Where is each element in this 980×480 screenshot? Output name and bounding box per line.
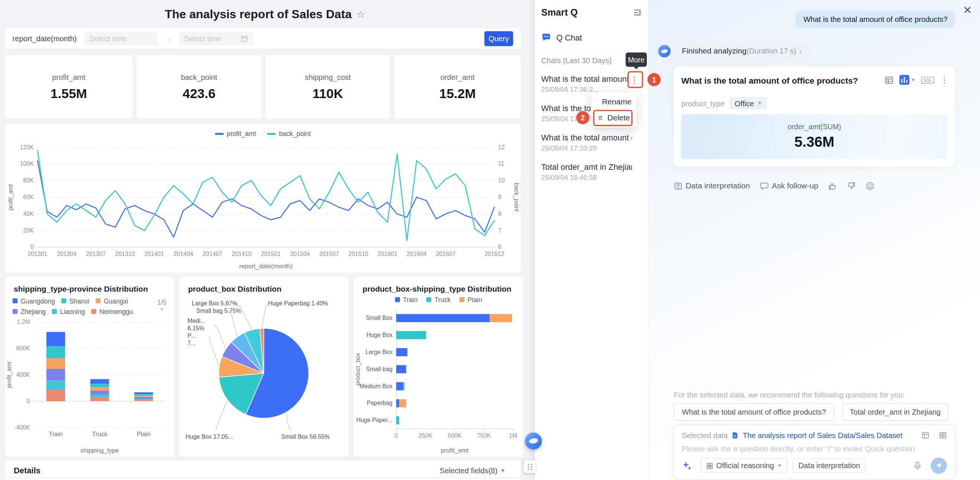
- send-plane-icon: [935, 462, 942, 469]
- legend-item[interactable]: Guangxi: [95, 297, 128, 305]
- legend-item[interactable]: Neimenggu: [91, 307, 133, 315]
- chat-list-item[interactable]: What is the total amount 25/09/04 17:36:…: [535, 74, 648, 93]
- sql-view-button[interactable]: SQL: [921, 76, 934, 83]
- legend-pager[interactable]: 1/5 ▼: [153, 298, 171, 312]
- kpi-label: back_point: [181, 73, 218, 82]
- analysis-status-pill[interactable]: Finished analyzing (Duration 17 s) ›: [675, 42, 809, 60]
- chat-list-item[interactable]: What is the total amount of offi 25/09/0…: [535, 133, 648, 152]
- ai-magic-icon[interactable]: [682, 461, 692, 471]
- svg-text:Train: Train: [49, 431, 63, 438]
- chat-item-title: Total order_amt in Zhejiang: [541, 162, 632, 172]
- legend-marker: [426, 297, 431, 302]
- reasoning-mode-label: Official reasoning: [716, 461, 775, 470]
- kpi-card-backpoint[interactable]: back_point 423.6: [137, 55, 261, 119]
- kpi-label: shipping_cost: [305, 73, 351, 82]
- legend-item[interactable]: Guangdong: [13, 297, 55, 305]
- kpi-card-profit[interactable]: profit_amt 1.55M: [5, 55, 132, 119]
- pie-label: Small Box 56.55%: [282, 433, 330, 440]
- floating-toolbar[interactable]: [524, 460, 536, 473]
- legend-item[interactable]: back_point: [267, 130, 311, 137]
- legend-label: Truck: [434, 296, 450, 303]
- suggestion-chip[interactable]: What is the total amount of office produ…: [674, 403, 834, 421]
- q-chat-entry[interactable]: Q Chat: [538, 29, 646, 46]
- legend-item[interactable]: Shanxi: [61, 297, 90, 305]
- legend-item[interactable]: Plain: [460, 296, 482, 303]
- dataset-switch-icon[interactable]: [939, 431, 947, 439]
- table-view-icon[interactable]: [885, 75, 894, 84]
- menu-item-delete[interactable]: Delete: [591, 110, 636, 126]
- selected-fields-dropdown[interactable]: Selected fields(8) ▼: [439, 466, 506, 475]
- thumbs-down-icon[interactable]: [847, 182, 856, 190]
- data-interpretation-chip[interactable]: Data interpretation: [792, 458, 865, 473]
- filter-value-dropdown[interactable]: Office ▼: [730, 97, 767, 109]
- legend-item[interactable]: Liaoning: [52, 307, 85, 315]
- svg-text:500K: 500K: [448, 432, 462, 439]
- legend-label: back_point: [279, 130, 311, 137]
- menu-item-rename[interactable]: Rename: [591, 93, 636, 110]
- more-options-button[interactable]: ⋮: [629, 74, 640, 86]
- report-switch-icon[interactable]: [921, 431, 929, 439]
- chat-item-date: 25/09/04 17:36:2...: [541, 86, 642, 93]
- favorite-star-icon[interactable]: ☆: [356, 9, 365, 20]
- smiley-icon[interactable]: [866, 182, 875, 190]
- end-date-input[interactable]: Select time: [179, 32, 253, 45]
- svg-text:100K: 100K: [20, 160, 34, 167]
- chevron-down-icon: ▼: [500, 467, 506, 474]
- microphone-icon[interactable]: [913, 461, 922, 470]
- close-icon[interactable]: ✕: [963, 4, 972, 17]
- status-text: Finished analyzing: [682, 47, 746, 56]
- pie-label: Small bag 5.75%: [196, 307, 241, 315]
- assistant-float-button[interactable]: [525, 432, 542, 449]
- svg-text:201304: 201304: [57, 251, 76, 257]
- chat-bubble-icon: [541, 32, 551, 42]
- svg-text:201410: 201410: [232, 251, 251, 257]
- legend-marker: [215, 133, 224, 135]
- chat-item-title: What is the total amount of offi: [541, 133, 632, 142]
- data-interpretation-button[interactable]: Data interpretation: [674, 182, 750, 190]
- suggestion-chip[interactable]: Total order_amt in Zhejiang: [842, 403, 949, 421]
- svg-text:Medium Box: Medium Box: [360, 383, 393, 389]
- answer-filter-row: product_type Office ▼: [681, 97, 767, 109]
- kpi-card-shipping[interactable]: shipping_cost 110K: [266, 55, 390, 119]
- chat-list-item[interactable]: Total order_amt in Zhejiang 25/09/04 16:…: [535, 162, 648, 181]
- legend-item[interactable]: Train: [395, 296, 417, 303]
- selected-data-link[interactable]: The analysis report of Sales Data/Sales …: [743, 431, 902, 440]
- svg-text:201507: 201507: [319, 251, 339, 257]
- kpi-value: 423.6: [183, 86, 215, 101]
- answer-question-title: What is the total amount of office produ…: [681, 76, 858, 86]
- ask-follow-up-button[interactable]: Ask follow-up: [760, 182, 818, 190]
- send-button[interactable]: [931, 458, 947, 474]
- chat-bubble-icon: [760, 182, 769, 190]
- svg-text:product_box: product_box: [355, 353, 361, 386]
- more-options-icon[interactable]: ⋮: [940, 75, 949, 85]
- question-input-placeholder[interactable]: Please ask me a question directly, or en…: [682, 444, 915, 453]
- legend-item[interactable]: Zhejiang: [13, 307, 46, 315]
- collapse-sidebar-button[interactable]: [633, 8, 642, 17]
- chats-section-header: Chats (Last 30 Days): [541, 56, 612, 65]
- svg-text:report_date(month): report_date(month): [239, 263, 293, 270]
- chat-context-menu: Rename Delete: [591, 92, 636, 127]
- chart-view-switcher[interactable]: ▼: [899, 75, 916, 85]
- pie-label: Medi... 6.15%: [188, 317, 215, 332]
- more-tooltip: More: [626, 52, 647, 67]
- reasoning-mode-dropdown[interactable]: Official reasoning ▼: [701, 458, 788, 473]
- svg-text:1M: 1M: [509, 432, 517, 439]
- thumbs-up-icon[interactable]: [828, 182, 837, 190]
- kpi-label: profit_amt: [52, 73, 86, 82]
- legend-item[interactable]: profit_amt: [215, 130, 256, 137]
- action-label: Data interpretation: [686, 182, 750, 190]
- kpi-card-order[interactable]: order_amt 15.2M: [395, 55, 521, 119]
- hbar-chart-card: product_box-shipping_type Distribution T…: [354, 277, 523, 456]
- pager-caret-icon[interactable]: ▼: [153, 306, 171, 312]
- legend-item[interactable]: Truck: [426, 296, 450, 303]
- legend-label: Plain: [468, 296, 482, 303]
- query-button[interactable]: Query: [484, 31, 513, 46]
- svg-text:800K: 800K: [16, 345, 30, 352]
- legend-label: Zhejiang: [21, 307, 46, 315]
- chat-list-sidebar: Smart Q Q Chat Chats (Last 30 Days) What…: [535, 0, 649, 480]
- answer-action-row: Data interpretation Ask follow-up: [674, 182, 874, 190]
- start-date-input[interactable]: Select time: [84, 32, 158, 45]
- svg-text:back_point: back_point: [513, 183, 520, 212]
- pie-label: Huge Paperbag 1.40%: [268, 299, 328, 307]
- selected-data-row: Selected data The analysis report of Sal…: [682, 430, 947, 441]
